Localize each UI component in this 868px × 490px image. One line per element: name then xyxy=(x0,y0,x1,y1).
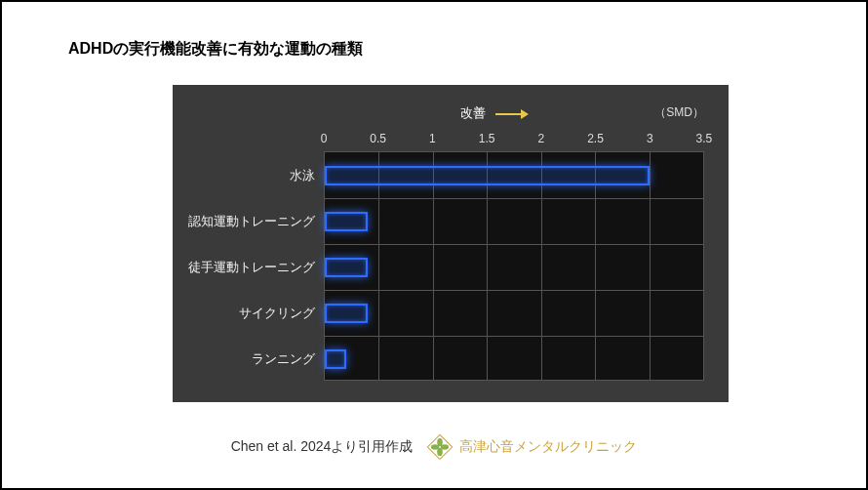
chart-panel: 改善 （SMD） 0 0.5 1 1.5 2 2.5 3 3.5 水泳認知運動ト… xyxy=(173,85,729,402)
svg-point-3 xyxy=(431,444,439,450)
tick-label: 2.5 xyxy=(584,132,608,151)
x-ticks: 0 0.5 1 1.5 2 2.5 3 3.5 xyxy=(324,132,704,151)
chart-bar xyxy=(325,258,368,277)
unit-label: （SMD） xyxy=(654,104,704,121)
grid-line-horizontal xyxy=(325,290,703,291)
grid-line-vertical xyxy=(433,152,434,380)
footer: Chen et al. 2024より引用作成 高津心音メンタルクリニック xyxy=(2,433,866,461)
tick-label: 0 xyxy=(312,132,335,151)
chart-bar xyxy=(325,212,368,231)
category-label: サイクリング xyxy=(188,290,325,336)
tick-label: 1 xyxy=(420,132,444,151)
category-label: 徒手運動トレーニング xyxy=(188,244,325,290)
grid-line-horizontal xyxy=(325,244,703,245)
grid-line-vertical xyxy=(595,152,596,380)
grid-line-horizontal xyxy=(325,198,703,199)
chart-axis-top: 改善 （SMD） 0 0.5 1 1.5 2 2.5 3 3.5 xyxy=(187,104,704,151)
citation-text: Chen et al. 2024より引用作成 xyxy=(231,438,414,456)
chart-bar xyxy=(325,304,368,323)
clinic-name: 高津心音メンタルクリニック xyxy=(459,438,637,456)
tick-label: 0.5 xyxy=(367,132,390,151)
tick-label: 3.5 xyxy=(692,132,716,151)
chart-bar xyxy=(325,349,346,369)
clinic-logo-icon xyxy=(426,433,454,461)
arrow-icon xyxy=(495,110,529,118)
grid-line-vertical xyxy=(487,152,488,380)
category-label: ランニング xyxy=(188,336,325,382)
tick-label: 2 xyxy=(530,132,553,151)
grid-line-vertical xyxy=(650,152,651,380)
category-label: 認知運動トレーニング xyxy=(188,198,325,244)
tick-label: 3 xyxy=(638,132,661,151)
direction-text: 改善 xyxy=(460,105,486,120)
grid-line-horizontal xyxy=(325,336,703,337)
chart-plot-area: 水泳認知運動トレーニング徒手運動トレーニングサイクリングランニング xyxy=(324,151,704,381)
page-title: ADHDの実行機能改善に有効な運動の種類 xyxy=(68,39,363,60)
category-label: 水泳 xyxy=(188,152,325,198)
grid-line-vertical xyxy=(541,152,542,380)
tick-label: 1.5 xyxy=(475,132,498,151)
grid-line-vertical xyxy=(378,152,379,380)
clinic-branding: 高津心音メンタルクリニック xyxy=(426,433,637,461)
direction-label: 改善 xyxy=(460,104,529,122)
svg-point-4 xyxy=(441,444,449,450)
chart-bar xyxy=(325,166,650,185)
